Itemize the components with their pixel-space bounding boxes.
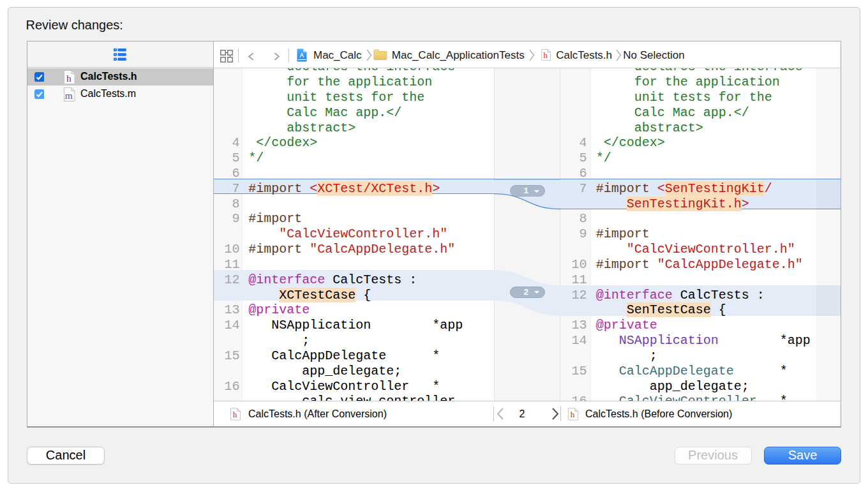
svg-text:h: h <box>571 410 575 420</box>
svg-text:h: h <box>233 410 237 420</box>
svg-text:m: m <box>65 90 73 101</box>
svg-text:h: h <box>66 73 71 84</box>
svg-text:h: h <box>543 51 548 60</box>
